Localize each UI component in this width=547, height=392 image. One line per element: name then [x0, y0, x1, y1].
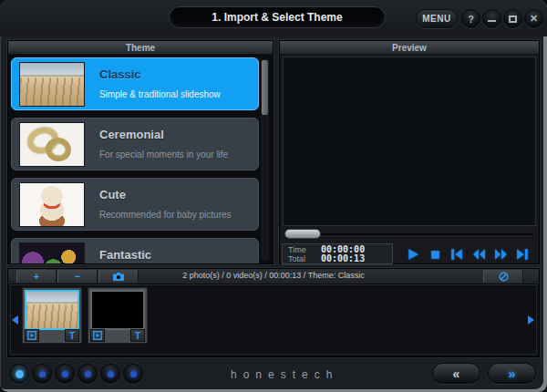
theme-panel: Theme Classic Simple & traditional slide… [7, 40, 274, 264]
menu-button[interactable]: MENU [416, 9, 458, 28]
step-dot-icon [15, 370, 24, 378]
clip-image-2 [90, 290, 145, 330]
rewind-icon [472, 248, 486, 261]
circle-slash-icon [499, 272, 509, 282]
theme-description: Recommended for baby pictures [99, 210, 254, 220]
seek-slider-thumb[interactable] [284, 229, 321, 239]
page-title: 1. Import & Select Theme [169, 6, 386, 28]
next-chevrons-icon: » [509, 366, 516, 381]
minimize-button[interactable] [482, 9, 501, 28]
help-icon: ? [468, 14, 474, 25]
minimize-icon [488, 20, 496, 22]
maximize-button[interactable] [503, 9, 522, 28]
theme-scrollbar-thumb[interactable] [262, 60, 268, 115]
theme-list: Classic Simple & traditional slideshow C… [11, 57, 259, 263]
theme-item-classic[interactable]: Classic Simple & traditional slideshow [11, 57, 259, 110]
theme-panel-header: Theme [8, 41, 273, 55]
seek-slider-track[interactable] [285, 233, 533, 236]
transition-button[interactable] [90, 329, 105, 342]
total-label: Total [288, 254, 321, 263]
minus-icon: − [75, 271, 80, 282]
stop-button[interactable] [426, 245, 444, 263]
step-dot-icon [39, 371, 46, 377]
transition-icon [93, 331, 102, 340]
step-dot-icon [108, 371, 114, 377]
time-label: Time [288, 245, 321, 254]
preview-panel-header: Preview [280, 41, 539, 55]
skip-to-end-button[interactable] [513, 245, 532, 263]
play-icon [407, 248, 419, 261]
clip-strip-body: T T [10, 284, 537, 355]
theme-text-classic: Classic Simple & traditional slideshow [99, 62, 254, 99]
rewind-button[interactable] [470, 245, 488, 263]
footer-step-buttons [9, 364, 143, 384]
scroll-right-icon[interactable] [528, 315, 534, 325]
camera-icon [113, 273, 124, 281]
theme-scrollbar[interactable] [260, 58, 270, 261]
theme-thumbnail-ceremonial [19, 122, 85, 167]
step-button-1[interactable] [9, 364, 29, 384]
clip-strip-header: + − 2 photo(s) / 0 video(s) / 00:00:13 /… [8, 269, 539, 284]
page-title-text: 1. Import & Select Theme [212, 11, 342, 24]
brand-logo: honestech [231, 368, 338, 381]
back-chevrons-icon: « [453, 366, 460, 381]
clip-buttons-2: T [90, 329, 145, 342]
capture-button[interactable] [98, 270, 139, 283]
step-button-6[interactable] [123, 364, 143, 384]
step-dot-icon [62, 371, 68, 377]
theme-title: Fantastic [99, 248, 254, 262]
theme-title: Classic [99, 67, 254, 81]
fast-forward-icon [494, 248, 508, 261]
skip-to-start-icon [450, 248, 463, 261]
stop-icon [429, 249, 441, 261]
theme-item-fantastic[interactable]: Fantastic [11, 238, 259, 263]
step-button-5[interactable] [100, 364, 120, 384]
title-text-button[interactable]: T [130, 329, 145, 342]
clip-thumbnail-2[interactable]: T [88, 287, 148, 344]
step-dot-icon [130, 371, 137, 377]
close-icon: ✕ [530, 13, 538, 25]
clip-image-1 [25, 290, 79, 330]
skip-to-end-icon [516, 248, 529, 261]
add-photo-button[interactable]: + [16, 270, 57, 283]
remove-photo-button[interactable]: − [57, 270, 98, 283]
next-button[interactable]: » [488, 363, 536, 384]
theme-item-ceremonial[interactable]: Ceremonial For special moments in your l… [11, 118, 259, 170]
theme-title: Ceremonial [99, 128, 254, 141]
theme-description: For special moments in your life [99, 150, 254, 160]
play-button[interactable] [404, 245, 422, 263]
app-window: 1. Import & Select Theme MENU ? ✕ Theme … [0, 0, 547, 392]
clip-strip-panel: + − 2 photo(s) / 0 video(s) / 00:00:13 /… [7, 268, 540, 357]
scroll-left-icon[interactable] [12, 315, 18, 325]
title-text-button[interactable]: T [65, 329, 79, 342]
transport-controls [400, 243, 535, 265]
footer-bar: honestech « » [0, 357, 547, 392]
disable-button[interactable] [483, 270, 523, 283]
step-button-4[interactable] [77, 364, 98, 384]
title-bar: 1. Import & Select Theme MENU ? ✕ [0, 0, 547, 36]
fast-forward-button[interactable] [491, 245, 510, 263]
theme-thumbnail-classic [19, 62, 85, 107]
time-display: Time 00:00:00 Total 00:00:13 [282, 243, 393, 264]
clip-buttons-1: T [25, 329, 79, 342]
maximize-icon [509, 15, 517, 23]
transition-button[interactable] [25, 329, 39, 342]
back-button[interactable]: « [432, 363, 480, 384]
preview-video-area [283, 57, 536, 226]
theme-text-ceremonial: Ceremonial For special moments in your l… [99, 122, 254, 160]
wizard-nav: « » [432, 363, 536, 384]
theme-thumbnail-cute [19, 182, 85, 227]
step-button-2[interactable] [32, 364, 52, 384]
transition-icon [27, 331, 36, 340]
help-button[interactable]: ? [461, 9, 480, 28]
theme-text-cute: Cute Recommended for baby pictures [99, 182, 254, 220]
clip-thumbnail-1[interactable]: T [22, 287, 82, 344]
total-value: 00:00:13 [321, 254, 387, 263]
skip-to-start-button[interactable] [448, 245, 466, 263]
theme-item-cute[interactable]: Cute Recommended for baby pictures [11, 178, 259, 231]
preview-panel: Preview Time 00:00:00 Total 00:00:13 [279, 40, 540, 264]
step-dot-icon [85, 371, 91, 377]
step-button-3[interactable] [55, 364, 75, 384]
theme-text-fantastic: Fantastic [99, 242, 254, 262]
close-button[interactable]: ✕ [524, 9, 543, 28]
